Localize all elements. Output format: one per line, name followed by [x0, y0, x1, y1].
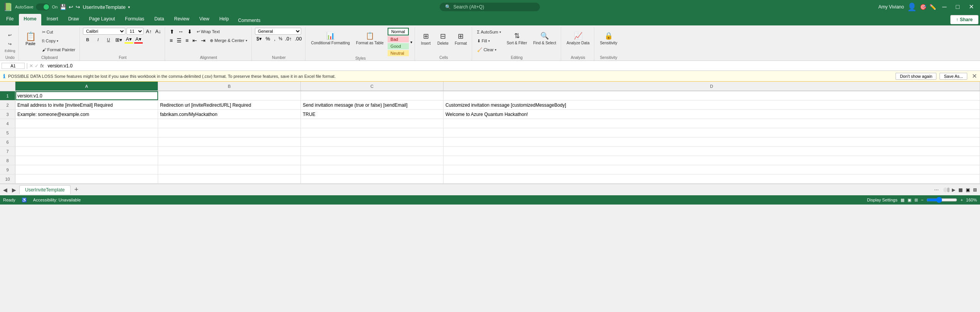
style-normal[interactable]: Normal: [388, 28, 409, 35]
bold-button[interactable]: B: [83, 35, 92, 44]
align-center-icon[interactable]: ☰: [175, 37, 183, 44]
pen-icon[interactable]: ✏️: [929, 4, 936, 10]
style-neutral[interactable]: Neutral: [388, 50, 409, 56]
insert-button[interactable]: ⊞ Insert: [418, 28, 433, 49]
font-color-icon[interactable]: A▾: [134, 36, 143, 44]
tab-draw[interactable]: Draw: [64, 14, 84, 25]
cell-d10[interactable]: [444, 174, 980, 183]
cell-reference-input[interactable]: [2, 63, 25, 69]
row-num-2[interactable]: 2: [0, 101, 15, 109]
sheet-tab-userinvitetemplate[interactable]: UserInviteTemplate: [19, 185, 71, 194]
cell-b8[interactable]: [158, 156, 301, 165]
clear-button[interactable]: 🧹 Clear ▾: [475, 45, 503, 54]
cell-b2[interactable]: Redirection url [inviteRedirectURL] Requ…: [158, 101, 301, 109]
font-size-select[interactable]: 11: [127, 28, 143, 35]
row-num-3[interactable]: 3: [0, 110, 15, 119]
col-header-c[interactable]: C: [301, 82, 444, 91]
search-box[interactable]: 🔍 Search (Alt+Q): [440, 3, 540, 11]
cell-d4[interactable]: [444, 119, 980, 128]
select-all-button[interactable]: [0, 82, 15, 91]
cell-a9[interactable]: [15, 165, 158, 174]
cell-a6[interactable]: [15, 138, 158, 146]
cell-c4[interactable]: [301, 119, 444, 128]
display-settings-label[interactable]: Display Settings: [867, 198, 897, 202]
increase-font-icon[interactable]: A↑: [145, 28, 153, 35]
ribbon-icon[interactable]: 🎯: [920, 4, 926, 10]
zoom-slider[interactable]: [926, 197, 957, 203]
view-normal-icon[interactable]: ▦: [957, 187, 964, 193]
cell-a1[interactable]: version:v1.0: [15, 91, 158, 100]
cell-c6[interactable]: [301, 138, 444, 146]
style-bad[interactable]: Bad: [388, 36, 409, 42]
row-num-1[interactable]: 1: [0, 91, 15, 100]
sheet-nav-next[interactable]: ▶: [10, 187, 18, 193]
format-as-table-button[interactable]: 📋 Format as Table: [354, 28, 386, 49]
align-left-icon[interactable]: ≡: [168, 37, 174, 44]
save-as-button[interactable]: Save As...: [940, 73, 967, 80]
comma-icon[interactable]: ,: [272, 35, 277, 42]
fraction-icon[interactable]: ⅟₂: [278, 36, 283, 42]
row-num-10[interactable]: 10: [0, 174, 15, 183]
zoom-in-icon[interactable]: +: [960, 198, 963, 202]
styles-more-icon[interactable]: ▾: [410, 40, 412, 44]
zoom-level[interactable]: 160%: [966, 198, 977, 202]
increase-decimal-icon[interactable]: .00: [293, 35, 303, 42]
tab-page-layout[interactable]: Page Layout: [84, 14, 120, 25]
copy-dropdown-icon[interactable]: ▾: [57, 39, 58, 43]
cell-b9[interactable]: [158, 165, 301, 174]
comments-button[interactable]: Comments: [234, 15, 264, 25]
zoom-out-icon[interactable]: −: [921, 198, 923, 202]
col-header-b[interactable]: B: [158, 82, 301, 91]
border-icon[interactable]: ⊞▾: [114, 37, 123, 43]
cell-d7[interactable]: [444, 147, 980, 156]
percent-icon[interactable]: %: [264, 35, 272, 42]
style-good[interactable]: Good: [388, 43, 409, 49]
number-format-select[interactable]: General: [255, 28, 301, 35]
redo-icon[interactable]: ↪: [76, 4, 80, 10]
cell-c2[interactable]: Send invitation message (true or false) …: [301, 101, 444, 109]
cell-d9[interactable]: [444, 165, 980, 174]
tab-review[interactable]: Review: [169, 14, 194, 25]
row-num-5[interactable]: 5: [0, 128, 15, 137]
cell-d2[interactable]: Customized invitation message [customize…: [444, 101, 980, 109]
decrease-font-icon[interactable]: A↓: [154, 28, 162, 35]
paste-button[interactable]: 📋 Paste: [22, 28, 39, 49]
align-bottom-icon[interactable]: ⬇: [186, 28, 194, 35]
row-num-9[interactable]: 9: [0, 165, 15, 174]
add-sheet-button[interactable]: +: [72, 186, 81, 194]
cell-b6[interactable]: [158, 138, 301, 146]
undo-icon[interactable]: ↩: [69, 4, 73, 10]
cell-a3[interactable]: Example: someone@example.com: [15, 110, 158, 119]
cell-c1[interactable]: [301, 91, 444, 100]
cell-b7[interactable]: [158, 147, 301, 156]
format-button[interactable]: ⊞ Format: [452, 28, 469, 49]
cut-button[interactable]: ✂ Cut: [40, 28, 78, 36]
tab-help[interactable]: Help: [215, 14, 234, 25]
view-layout-icon[interactable]: ▣: [964, 187, 972, 193]
view-layout-status-icon[interactable]: ▣: [907, 198, 911, 203]
cell-b5[interactable]: [158, 128, 301, 137]
fill-color-icon[interactable]: A▾: [125, 36, 133, 44]
tab-formulas[interactable]: Formulas: [120, 14, 149, 25]
cell-d3[interactable]: Welcome to Azure Quantum Hackathon!: [444, 110, 980, 119]
align-top-icon[interactable]: ⬆: [168, 28, 176, 35]
tab-home[interactable]: Home: [19, 14, 41, 25]
font-name-select[interactable]: Calibri: [83, 28, 125, 35]
row-num-6[interactable]: 6: [0, 138, 15, 146]
merge-dropdown-icon[interactable]: ▾: [246, 39, 247, 42]
cell-a5[interactable]: [15, 128, 158, 137]
scroll-left-icon[interactable]: ⋯: [933, 187, 940, 193]
cell-d8[interactable]: [444, 156, 980, 165]
redo-button[interactable]: ↪: [6, 40, 13, 48]
cell-b3[interactable]: fabrikam.com/MyHackathon: [158, 110, 301, 119]
align-right-icon[interactable]: ≡: [184, 37, 190, 44]
formula-cancel-icon[interactable]: ✕: [29, 63, 33, 69]
row-num-4[interactable]: 4: [0, 119, 15, 128]
cell-d5[interactable]: [444, 128, 980, 137]
dont-show-again-button[interactable]: Don't show again: [896, 73, 936, 80]
cell-a10[interactable]: [15, 174, 158, 183]
decrease-decimal-icon[interactable]: .0↑: [284, 35, 293, 42]
cell-d1[interactable]: [444, 91, 980, 100]
warning-close-icon[interactable]: ✕: [972, 72, 977, 80]
restore-button[interactable]: □: [953, 0, 963, 14]
